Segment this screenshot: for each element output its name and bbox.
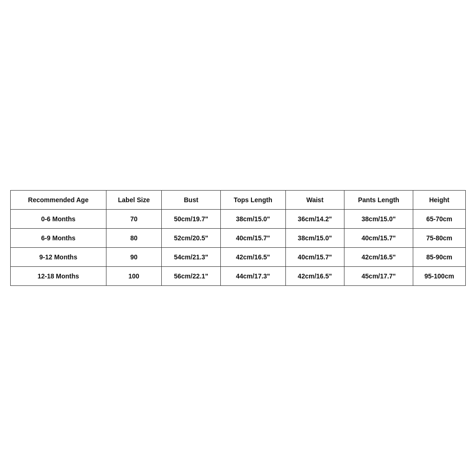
cell-pants-length: 40cm/15.7" — [344, 229, 413, 248]
cell-age: 12-18 Months — [11, 267, 106, 286]
table-row: 12-18 Months10056cm/22.1"44cm/17.3"42cm/… — [11, 267, 466, 286]
cell-age: 0-6 Months — [11, 210, 106, 229]
cell-tops-length: 38cm/15.0" — [220, 210, 285, 229]
cell-bust: 52cm/20.5" — [162, 229, 221, 248]
cell-label-size: 100 — [106, 267, 161, 286]
cell-height: 75-80cm — [413, 229, 465, 248]
cell-label-size: 70 — [106, 210, 161, 229]
cell-bust: 50cm/19.7" — [162, 210, 221, 229]
cell-tops-length: 44cm/17.3" — [220, 267, 285, 286]
table-row: 0-6 Months7050cm/19.7"38cm/15.0"36cm/14.… — [11, 210, 466, 229]
header-waist: Waist — [285, 191, 344, 210]
table-header-row: Recommended Age Label Size Bust Tops Len… — [11, 191, 466, 210]
cell-age: 9-12 Months — [11, 248, 106, 267]
size-chart-wrapper: Recommended Age Label Size Bust Tops Len… — [10, 190, 466, 286]
cell-waist: 40cm/15.7" — [285, 248, 344, 267]
cell-label-size: 90 — [106, 248, 161, 267]
header-tops-length: Tops Length — [220, 191, 285, 210]
cell-waist: 42cm/16.5" — [285, 267, 344, 286]
cell-height: 95-100cm — [413, 267, 465, 286]
cell-bust: 56cm/22.1" — [162, 267, 221, 286]
cell-height: 65-70cm — [413, 210, 465, 229]
header-recommended-age: Recommended Age — [11, 191, 106, 210]
size-chart-table: Recommended Age Label Size Bust Tops Len… — [10, 190, 466, 286]
cell-tops-length: 42cm/16.5" — [220, 248, 285, 267]
cell-pants-length: 42cm/16.5" — [344, 248, 413, 267]
cell-bust: 54cm/21.3" — [162, 248, 221, 267]
cell-waist: 36cm/14.2" — [285, 210, 344, 229]
header-height: Height — [413, 191, 465, 210]
table-row: 9-12 Months9054cm/21.3"42cm/16.5"40cm/15… — [11, 248, 466, 267]
header-bust: Bust — [162, 191, 221, 210]
cell-label-size: 80 — [106, 229, 161, 248]
cell-pants-length: 38cm/15.0" — [344, 210, 413, 229]
header-pants-length: Pants Length — [344, 191, 413, 210]
cell-tops-length: 40cm/15.7" — [220, 229, 285, 248]
cell-waist: 38cm/15.0" — [285, 229, 344, 248]
cell-pants-length: 45cm/17.7" — [344, 267, 413, 286]
cell-age: 6-9 Months — [11, 229, 106, 248]
table-row: 6-9 Months8052cm/20.5"40cm/15.7"38cm/15.… — [11, 229, 466, 248]
header-label-size: Label Size — [106, 191, 161, 210]
cell-height: 85-90cm — [413, 248, 465, 267]
